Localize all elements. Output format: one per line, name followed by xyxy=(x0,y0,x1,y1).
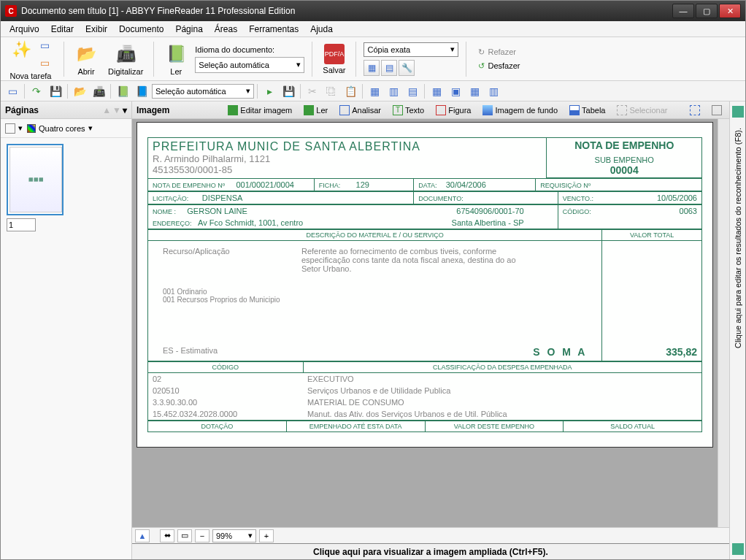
tb-view1-icon[interactable]: ▦ xyxy=(366,83,383,99)
tb-view6-icon[interactable]: ▦ xyxy=(466,83,483,99)
copy-box: Cópia exata ▾ ▦ ▤ 🔧 xyxy=(364,42,458,76)
digitalizar-button[interactable]: 📠 Digitalizar xyxy=(105,42,146,76)
chevron-down-icon: ▾ xyxy=(296,60,301,69)
maximize-button[interactable]: ▢ xyxy=(696,4,718,18)
zoom-out-button[interactable]: − xyxy=(195,529,209,542)
menu-pagina[interactable]: Página xyxy=(169,23,208,36)
tb-savepg-icon[interactable]: 💾 xyxy=(280,83,297,99)
image-scroll[interactable]: PREFEITURA MUNIC DE SANTA ALBERTINA R. A… xyxy=(132,119,718,527)
tb-cut-icon[interactable]: ✂ xyxy=(304,83,321,99)
thumbnail-image: ▦▦▦ xyxy=(9,147,62,212)
menubar: Arquivo Editar Exibir Documento Página Á… xyxy=(1,21,745,37)
tb-copy-icon[interactable]: ⿻ xyxy=(323,83,340,99)
tb-read-icon[interactable]: 📗 xyxy=(114,83,131,99)
tb-view7-icon[interactable]: ▥ xyxy=(485,83,502,99)
selecionar-button[interactable]: Selecionar xyxy=(614,104,670,117)
wand-icon: ✨ xyxy=(9,38,33,61)
menu-exibir[interactable]: Exibir xyxy=(80,23,113,36)
read-icon xyxy=(304,105,314,115)
texto-button[interactable]: TTexto xyxy=(390,104,427,117)
zoom-in-button[interactable]: + xyxy=(259,529,274,542)
salvar-button[interactable]: PDF/A Salvar xyxy=(320,44,348,74)
tb-folder-icon[interactable]: 📂 xyxy=(71,83,88,99)
expand-button[interactable] xyxy=(709,104,725,117)
scanner-icon: 📠 xyxy=(114,42,137,66)
select-icon xyxy=(617,105,627,115)
close-button[interactable]: ✕ xyxy=(719,4,741,18)
menu-editar[interactable]: Editar xyxy=(45,23,80,36)
thumb-view-button[interactable]: ▾ xyxy=(5,123,23,134)
editar-imagem-button[interactable]: Editar imagem xyxy=(225,104,295,117)
thumbnails: ▦▦▦ xyxy=(1,138,131,559)
zoom-pane-icon xyxy=(732,543,744,555)
language-value: Seleção automática xyxy=(199,61,269,69)
layout-btn-1[interactable]: ▦ xyxy=(364,60,380,76)
digitalizar-label: Digitalizar xyxy=(108,67,143,76)
figura-button[interactable]: Figura xyxy=(433,104,474,117)
zoom-select[interactable]: 99%▾ xyxy=(212,529,256,542)
crop-button[interactable] xyxy=(687,104,703,117)
edit-image-icon xyxy=(228,105,238,115)
fit-width-button[interactable]: ⬌ xyxy=(160,529,174,542)
copy-mode-value: Cópia exata xyxy=(367,45,410,54)
vertical-scrollbar[interactable] xyxy=(718,119,729,527)
language-select[interactable]: Seleção automática ▾ xyxy=(195,57,304,73)
abrir-button[interactable]: 📂 Abrir xyxy=(72,42,101,76)
ler-button[interactable]: 📗 Ler xyxy=(161,42,191,76)
footer-hint[interactable]: Clique aqui para visualizar a imagem amp… xyxy=(132,543,729,559)
app-icon: C xyxy=(5,5,17,17)
tb-paste-icon[interactable]: 📋 xyxy=(342,83,359,99)
menu-arquivo[interactable]: Arquivo xyxy=(4,23,45,36)
chevron-down-icon: ▾ xyxy=(246,86,250,96)
fundo-button[interactable]: Imagem de fundo xyxy=(480,104,561,117)
nova-tarefa-button[interactable]: ✨ ▭ ▭ Nova tarefa xyxy=(5,38,56,80)
tb-readpg-icon[interactable]: 📘 xyxy=(133,83,150,99)
tb-view5-icon[interactable]: ▣ xyxy=(447,83,464,99)
doc-endereco: R. Armindo Pilhalarmi, 1121 xyxy=(153,153,542,164)
desfazer-button[interactable]: ↺Desfazer xyxy=(474,60,524,72)
color-mode-button[interactable]: Quatro cores▾ xyxy=(27,123,93,133)
right-collapsed-pane[interactable]: Clique aqui para editar os resultados do… xyxy=(729,101,745,559)
tb-save-icon[interactable]: 💾 xyxy=(47,83,64,99)
pages-title: Páginas xyxy=(5,105,39,115)
separator xyxy=(153,42,154,77)
tb-export-icon[interactable]: ▸ xyxy=(261,83,278,99)
page-thumbnail[interactable]: ▦▦▦ xyxy=(7,144,64,215)
menu-ajuda[interactable]: Ajuda xyxy=(304,23,339,36)
pages-header: Páginas ▲ ▼ ▾ xyxy=(1,101,131,119)
fit-page-button[interactable]: ▭ xyxy=(177,529,192,542)
tb-lang-select[interactable]: Seleção automática▾ xyxy=(152,84,254,99)
layout-btn-2[interactable]: ▤ xyxy=(381,60,397,76)
figure-icon xyxy=(436,105,446,115)
layout-btn-3[interactable]: 🔧 xyxy=(399,60,415,76)
ler-button[interactable]: Ler xyxy=(301,104,331,117)
collapse-button[interactable]: ▲ xyxy=(135,529,150,542)
tb-view2-icon[interactable]: ▥ xyxy=(385,83,402,99)
menu-areas[interactable]: Áreas xyxy=(209,23,243,36)
page-number-input[interactable] xyxy=(7,218,36,231)
menu-documento[interactable]: Documento xyxy=(113,23,169,36)
menu-ferramentas[interactable]: Ferramentas xyxy=(243,23,304,36)
nova-tarefa-label: Nova tarefa xyxy=(10,72,52,80)
minimize-button[interactable]: — xyxy=(672,4,694,18)
text-pane-icon xyxy=(732,106,744,118)
tb-view3-icon[interactable]: ▤ xyxy=(404,83,421,99)
image-view: PREFEITURA MUNIC DE SANTA ALBERTINA R. A… xyxy=(132,119,729,527)
tb-open-icon[interactable]: ↷ xyxy=(28,83,45,99)
move-up-icon[interactable]: ▲ xyxy=(102,105,111,115)
move-down-icon[interactable]: ▼ xyxy=(112,105,121,115)
tabela-button[interactable]: Tabela xyxy=(566,104,608,117)
expand-icon xyxy=(712,105,722,115)
refazer-button[interactable]: ↻Refazer xyxy=(474,46,524,58)
tb-scan-icon[interactable]: 📠 xyxy=(90,83,107,99)
secondary-toolbar: ▭ ↷ 💾 📂 📠 📗 📘 Seleção automática▾ ▸ 💾 ✂ … xyxy=(1,81,745,101)
language-label: Idioma do documento: xyxy=(195,45,304,54)
copy-mode-select[interactable]: Cópia exata ▾ xyxy=(364,42,458,57)
menu-icon[interactable]: ▾ xyxy=(123,105,127,115)
body-row: Páginas ▲ ▼ ▾ ▾ Quatro cores▾ ▦▦▦ xyxy=(1,101,745,559)
tb-new-icon[interactable]: ▭ xyxy=(4,83,21,99)
center-pane: Imagem Editar imagem Ler Analisar TTexto… xyxy=(132,101,729,559)
doc-prefeitura: PREFEITURA MUNIC DE SANTA ALBERTINA xyxy=(153,140,542,153)
tb-view4-icon[interactable]: ▦ xyxy=(428,83,445,99)
analisar-button[interactable]: Analisar xyxy=(337,104,384,117)
